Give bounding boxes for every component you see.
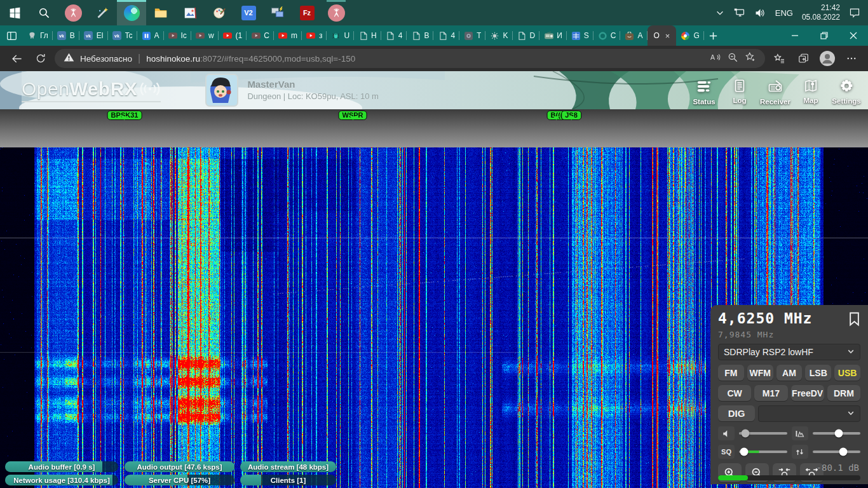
browser-tab[interactable]: vkEl <box>79 25 108 46</box>
squelch-slider[interactable] <box>739 451 787 453</box>
nav-log[interactable]: Log <box>724 79 755 104</box>
browser-tab[interactable]: C <box>593 25 621 46</box>
browser-tab[interactable]: A <box>620 25 647 46</box>
profile-value: SDRPlay RSP2 lowHF <box>724 347 813 357</box>
taskbar-app-file-explorer[interactable] <box>146 0 175 25</box>
address-field[interactable]: Небезопасно | hoshinokoe.ru:8072/#freq=4… <box>55 49 765 68</box>
taskbar-app-utility-app[interactable] <box>88 0 117 25</box>
squelch-button[interactable]: SQ <box>718 445 735 459</box>
new-tab-button[interactable] <box>704 25 723 46</box>
browser-tab[interactable]: m <box>274 25 302 46</box>
menu-icon[interactable] <box>841 49 862 68</box>
taskbar-app-paint[interactable] <box>205 0 234 25</box>
browser-tab[interactable]: C <box>247 25 274 46</box>
bookmark-tag[interactable]: BPSK31 <box>107 111 142 120</box>
digital-mode-select[interactable] <box>758 405 860 422</box>
refresh-button[interactable] <box>31 49 51 68</box>
mode-button-drm[interactable]: DRM <box>827 385 860 401</box>
nav-receiver[interactable]: Receiver <box>760 79 790 105</box>
minimize-button[interactable] <box>780 25 810 46</box>
restore-button[interactable] <box>810 25 839 46</box>
browser-tab[interactable]: D <box>513 25 540 46</box>
browser-tab[interactable]: 4 <box>433 25 459 46</box>
frequency-scale[interactable]: 3 MHz4 MHz5 MHz6 MHz7 MHz8 MHz9 MHzBPSK3… <box>0 109 868 147</box>
mode-button-freedv[interactable]: FreeDV <box>791 385 824 401</box>
mode-button-cw[interactable]: CW <box>718 385 751 401</box>
volume-slider[interactable] <box>739 432 787 435</box>
mode-button-usb[interactable]: USB <box>834 365 860 381</box>
browser-tab[interactable]: з <box>302 25 327 46</box>
bookmark-button[interactable] <box>848 311 860 329</box>
nav-status[interactable]: Status <box>689 79 719 105</box>
browser-tab[interactable]: w <box>191 25 219 46</box>
browser-tab[interactable]: vkB <box>53 25 79 46</box>
browser-tab[interactable]: S <box>567 25 593 46</box>
maps-tab[interactable]: G <box>676 25 703 46</box>
svg-text:vk: vk <box>86 34 91 38</box>
waterfall-colors-button[interactable] <box>792 426 808 440</box>
tray-expand-icon[interactable] <box>715 8 724 17</box>
browser-tab[interactable]: Гл <box>23 25 53 46</box>
zoom-out-page-icon[interactable] <box>727 51 738 65</box>
mode-button-lsb[interactable]: LSB <box>805 365 831 381</box>
vk-favicon-icon: vk <box>112 31 122 41</box>
tuned-frequency[interactable]: 4,6250 MHz <box>718 310 812 327</box>
waterfall-max-slider[interactable] <box>813 432 861 435</box>
mode-button-am[interactable]: AM <box>776 365 803 381</box>
nav-settings[interactable]: Settings <box>831 79 862 105</box>
browser-tab[interactable]: U <box>327 25 354 46</box>
taskbar-app-start[interactable] <box>0 0 29 25</box>
insecure-warning-icon[interactable] <box>64 52 74 65</box>
squelch-knob[interactable] <box>740 448 748 456</box>
waterfall-min-knob[interactable] <box>839 448 847 456</box>
profile-select[interactable]: SDRPlay RSP2 lowHF <box>718 344 860 360</box>
browser-tab[interactable]: 4 <box>381 25 407 46</box>
taskbar-app-vnc-viewer[interactable]: V2 <box>234 0 263 25</box>
waterfall-min-slider[interactable] <box>813 451 861 453</box>
profile-avatar[interactable] <box>817 49 837 68</box>
notifications-icon[interactable] <box>849 8 860 18</box>
openwebrx-logo[interactable]: OpenWebRX <box>22 78 161 102</box>
browser-tab[interactable]: H <box>354 25 381 46</box>
volume-knob[interactable] <box>741 430 749 438</box>
waterfall-max-knob[interactable] <box>835 430 843 438</box>
browser-tab[interactable]: B <box>407 25 433 46</box>
waterfall-auto-button[interactable] <box>792 445 808 459</box>
volume-icon[interactable] <box>754 8 766 18</box>
language-indicator[interactable]: ENG <box>775 8 793 18</box>
browser-tab[interactable]: vkTc <box>108 25 137 46</box>
add-favorite-icon[interactable] <box>744 51 756 65</box>
svg-text:A: A <box>710 53 715 61</box>
taskbar-app-network-tool[interactable] <box>263 0 292 25</box>
browser-tab[interactable]: Ic <box>164 25 191 46</box>
network-icon[interactable] <box>733 8 745 18</box>
bookmark-tag[interactable]: JS8 <box>561 111 581 120</box>
browser-tab[interactable]: (1 <box>219 25 247 46</box>
browser-tab[interactable]: И <box>539 25 567 46</box>
taskbar-app-search[interactable] <box>29 0 58 25</box>
mute-button[interactable] <box>718 426 735 440</box>
favorites-icon[interactable] <box>769 49 789 68</box>
mode-button-m17[interactable]: M17 <box>754 385 787 401</box>
close-button[interactable] <box>839 25 868 46</box>
nav-map[interactable]: Map <box>796 79 826 104</box>
browser-tab[interactable]: A <box>137 25 164 46</box>
clock[interactable]: 21:42 05.08.2022 <box>802 3 840 22</box>
vertical-tabs-button[interactable] <box>0 25 23 46</box>
back-button[interactable] <box>6 49 27 68</box>
bookmark-tag[interactable]: WSPR <box>339 111 367 120</box>
browser-tab[interactable]: T <box>459 25 485 46</box>
mode-button-wfm[interactable]: WFM <box>747 365 773 381</box>
read-aloud-icon[interactable]: A <box>709 51 721 65</box>
mode-button-fm[interactable]: FM <box>718 365 744 381</box>
taskbar-app-photo-viewer[interactable] <box>175 0 205 25</box>
collections-icon[interactable] <box>793 49 813 68</box>
taskbar-app-radio-app[interactable] <box>58 0 88 25</box>
browser-tab[interactable]: K <box>485 25 512 46</box>
dig-mode-button[interactable]: DIG <box>718 405 755 421</box>
taskbar-app-radio-app-2[interactable] <box>322 0 351 25</box>
taskbar-app-edge-browser[interactable] <box>117 0 146 25</box>
tab-close-icon[interactable]: × <box>665 31 670 41</box>
active-tab[interactable]: O × <box>648 25 677 46</box>
taskbar-app-filezilla[interactable]: Fz <box>292 0 322 25</box>
